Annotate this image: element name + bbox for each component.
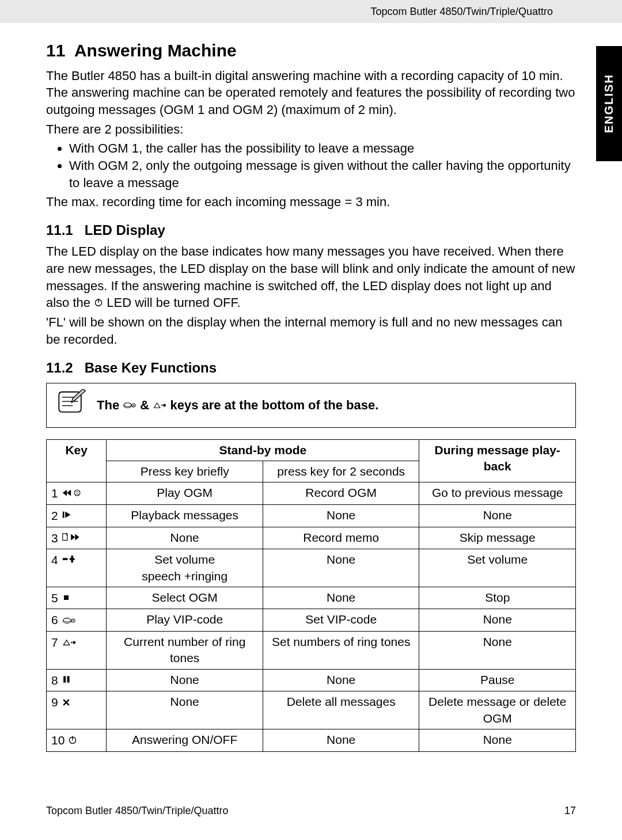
page-content: 11 Answering Machine The Butler 4850 has… (0, 23, 622, 752)
table-row: 8 None None Pause (47, 669, 576, 691)
bullet-item: With OGM 2, only the outgoing message is… (69, 157, 576, 191)
vip-icon (123, 401, 136, 409)
power-icon (94, 298, 103, 307)
th-standby: Stand-by mode (107, 439, 419, 461)
footer-left: Topcom Butler 4850/Twin/Triple/Quattro (46, 805, 228, 817)
section-heading: 11 Answering Machine (46, 39, 576, 63)
header-product: Topcom Butler 4850/Twin/Triple/Quattro (371, 6, 553, 18)
table-row: 5 Select OGM None Stop (47, 587, 576, 609)
table-row: 4 Set volume speech +ringing None Set vo… (47, 549, 576, 587)
th-2s: press key for 2 seconds (263, 461, 419, 482)
rewind-ogm-icon (62, 486, 82, 502)
language-tab: ENGLISH (596, 46, 622, 161)
table-row: 6 Play VIP-code Set VIP-code None (47, 609, 576, 632)
power-icon (68, 732, 77, 748)
note-icon (55, 389, 86, 421)
note-text: The & keys are at the bottom of the base… (97, 397, 378, 414)
led-p1: The LED display on the base indicates ho… (46, 243, 576, 311)
subsection-heading: 11.1 LED Display (46, 221, 576, 240)
ring-icon (62, 634, 77, 651)
table-row: 7 Current number of ring tones Set numbe… (47, 632, 576, 670)
pause-icon (62, 672, 71, 689)
vip-icon (62, 613, 77, 629)
intro-bullets: With OGM 1, the caller has the possibili… (46, 140, 576, 191)
th-brief: Press key briefly (107, 461, 263, 482)
table-row: 9 None Delete all messages Delete messag… (47, 691, 576, 729)
header-bar: Topcom Butler 4850/Twin/Triple/Quattro (0, 0, 622, 23)
play-icon (62, 508, 72, 524)
intro-p1: The Butler 4850 has a built-in digital a… (46, 67, 576, 119)
footer: Topcom Butler 4850/Twin/Triple/Quattro 1… (46, 805, 576, 817)
note-box: The & keys are at the bottom of the base… (46, 383, 576, 428)
memo-ffwd-icon (62, 530, 82, 546)
th-playback: During message play-back (419, 439, 576, 482)
volume-icon (62, 552, 77, 568)
th-key: Key (47, 439, 107, 482)
subsection-heading: 11.2 Base Key Functions (46, 359, 576, 377)
page-number: 17 (564, 805, 576, 817)
intro-p2: There are 2 possibilities: (46, 121, 576, 138)
table-row: 2 Playback messages None None (47, 504, 576, 527)
bullet-item: With OGM 1, the caller has the possibili… (69, 140, 576, 157)
table-row: 10 Answering ON/OFF None None (47, 729, 576, 752)
ring-icon (153, 401, 166, 409)
table-row: 1 Play OGM Record OGM Go to previous mes… (47, 482, 576, 505)
table-row: 3 None Record memo Skip message (47, 527, 576, 549)
key-functions-table: Key Stand-by mode During message play-ba… (46, 439, 576, 752)
led-p2: 'FL' will be shown on the display when t… (46, 314, 576, 348)
intro-p3: The max. recording time for each incomin… (46, 193, 576, 211)
stop-icon (62, 590, 71, 606)
delete-icon (62, 695, 71, 711)
